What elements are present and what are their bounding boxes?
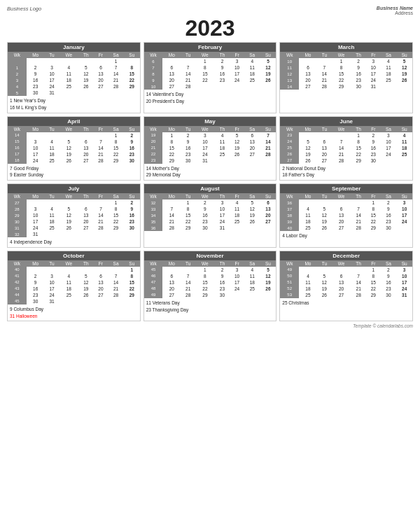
table-row: 2115161718192021: [144, 145, 276, 151]
cal-cell: 14: [94, 212, 108, 218]
table-row: 4316171819202122: [8, 286, 140, 292]
cal-cell: 1: [181, 200, 195, 206]
cal-cell: 19: [260, 71, 276, 77]
cal-cell: 29: [181, 225, 195, 231]
cal-cell: 19: [299, 151, 317, 158]
cal-cell: 30: [381, 225, 397, 231]
month-header-november: November: [144, 251, 276, 260]
cal-cell: 7: [332, 139, 351, 145]
cal-cell: [351, 200, 366, 206]
cal-cell: 15: [366, 212, 381, 218]
cal-cell: [230, 83, 244, 90]
table-row: 4927282930: [144, 292, 276, 298]
cal-cell: 16: [381, 279, 397, 286]
cal-cell: 17: [381, 145, 397, 151]
cal-cell: 10: [396, 206, 412, 212]
holiday-item: 14 Valentine's Day: [146, 91, 274, 98]
cal-cell: 25: [381, 77, 397, 83]
cal-cell: 46: [144, 273, 163, 279]
cal-cell: 4: [244, 58, 260, 64]
cal-cell: [124, 231, 140, 237]
holiday-item: 4 Independence Day: [10, 239, 138, 246]
cal-cell: 14: [108, 279, 124, 286]
cal-cell: 13: [78, 145, 94, 151]
cal-cell: 7: [94, 206, 108, 212]
cal-cell: 7: [108, 64, 124, 71]
col-header-su: Su: [124, 126, 140, 132]
col-header-mo: Mo: [299, 260, 317, 267]
cal-cell: [59, 267, 78, 273]
cal-cell: 8: [195, 273, 214, 279]
table-row: 3811121314151617: [280, 212, 412, 218]
table-row: 29101112131415: [8, 71, 140, 77]
cal-cell: 24: [396, 218, 412, 225]
cal-cell: 2: [195, 200, 214, 206]
table-row: 4713141516171819: [144, 279, 276, 286]
table-row: 36123: [280, 200, 412, 206]
table-row: 3017181920212223: [8, 218, 140, 225]
cal-cell: 43: [8, 286, 27, 292]
cal-cell: 30: [181, 158, 195, 164]
cal-cell: 15: [195, 71, 214, 77]
cal-cell: 12: [299, 145, 317, 151]
cal-cell: 10: [396, 273, 412, 279]
col-header-mo: Mo: [27, 193, 45, 200]
cal-cell: 15: [351, 145, 366, 151]
table-row: 466789101112: [144, 273, 276, 279]
cal-cell: 27: [78, 225, 94, 231]
table-row: 3124252627282930: [8, 225, 140, 231]
col-header-wk: Wk: [280, 52, 299, 58]
cal-cell: 8: [332, 64, 351, 71]
cal-cell: 21: [144, 145, 163, 151]
cal-cell: 14: [351, 279, 366, 286]
cal-cell: 3: [381, 132, 397, 139]
cal-cell: [317, 58, 332, 64]
col-header-tu: Tu: [317, 193, 332, 200]
holiday-item: 4 Labor Day: [282, 232, 410, 239]
cal-cell: 19: [78, 286, 94, 292]
cal-cell: 17: [27, 218, 45, 225]
cal-cell: 36: [144, 225, 163, 231]
cal-cell: 16: [366, 145, 381, 151]
table-row: 423242526272829: [8, 83, 140, 90]
col-header-we: We: [332, 260, 351, 267]
cal-cell: 1: [195, 58, 214, 64]
cal-cell: 12: [260, 64, 276, 71]
cal-cell: [45, 132, 59, 139]
col-header-tu: Tu: [181, 260, 195, 267]
col-header-fr: Fr: [230, 193, 244, 200]
cal-cell: 22: [181, 218, 195, 225]
cal-cell: 17: [366, 71, 381, 77]
cal-cell: 26: [317, 292, 332, 298]
cal-cell: 7: [351, 206, 366, 212]
cal-cell: [244, 158, 260, 164]
cal-cell: 12: [59, 212, 78, 218]
col-header-th: Th: [351, 193, 366, 200]
cal-cell: 12: [396, 64, 412, 71]
cal-cell: 8: [181, 206, 195, 212]
holiday-item: 14 Mother's Day: [146, 165, 274, 172]
cal-cell: 21: [332, 151, 351, 158]
cal-cell: 4: [45, 139, 59, 145]
cal-cell: 23: [124, 151, 140, 158]
cal-cell: [181, 58, 195, 64]
cal-cell: 14: [280, 83, 299, 90]
table-row: 3231: [8, 231, 140, 237]
cal-cell: 20: [94, 77, 108, 83]
col-header-tu: Tu: [317, 260, 332, 267]
cal-cell: 4: [244, 267, 260, 273]
cal-table-may: WkMoTuWeThFrSaSu191234567208910111213142…: [144, 126, 276, 164]
cal-cell: [94, 200, 108, 206]
cal-cell: 24: [230, 286, 244, 292]
cal-cell: 44: [8, 292, 27, 298]
cal-cell: 31: [195, 158, 214, 164]
col-header-wk: Wk: [144, 193, 163, 200]
col-header-fr: Fr: [366, 126, 381, 132]
holidays-may: 14 Mother's Day29 Memorial Day: [144, 164, 276, 181]
cal-cell: 6: [144, 58, 163, 64]
cal-cell: 12: [260, 273, 276, 279]
cal-cell: 19: [244, 212, 260, 218]
cal-cell: 2: [366, 132, 381, 139]
cal-cell: 5: [230, 132, 244, 139]
cal-cell: 8: [351, 139, 366, 145]
